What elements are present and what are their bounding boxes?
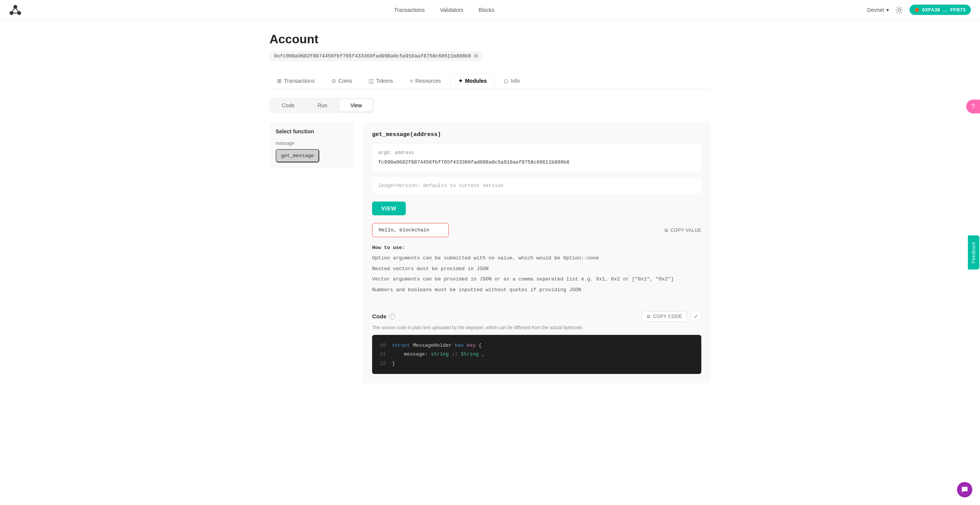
tab-coins[interactable]: ⊙ Coins	[324, 74, 360, 88]
code-description: The source code is plain text uploaded b…	[372, 325, 701, 330]
tab-transactions[interactable]: ⊞ Transactions	[270, 74, 322, 88]
nav-right: Devnet ▾ 0XFA38 ... FFB73	[867, 5, 971, 15]
sub-tabs: Code Run View	[270, 98, 374, 113]
coins-tab-icon: ⊙	[332, 78, 336, 84]
code-title-row: Code i	[372, 313, 395, 320]
svg-line-4	[15, 7, 19, 13]
code-actions: ⧉ COPY CODE ⤢	[642, 311, 701, 322]
address-bar: 0xfc990a9602f8874456fbf765f433360fad098a…	[270, 51, 482, 61]
how-to-item-2: Nested vectors must be provided in JSON	[372, 265, 701, 273]
nav-blocks[interactable]: Blocks	[479, 7, 494, 13]
svg-point-6	[898, 8, 901, 11]
svg-line-11	[897, 7, 897, 8]
code-block: 10 struct MessageHolder has key { 11	[372, 335, 701, 374]
line-content-10: struct MessageHolder has key {	[392, 341, 482, 350]
svg-line-13	[897, 12, 897, 13]
nav-transactions[interactable]: Transactions	[394, 7, 425, 13]
resources-tab-icon: ⌗	[410, 78, 413, 84]
pink-help-icon[interactable]: ?	[966, 100, 980, 113]
fn-get-message[interactable]: get_message	[276, 149, 319, 162]
page-title: Account	[270, 32, 710, 46]
chat-icon[interactable]	[957, 482, 972, 497]
copy-value-button[interactable]: ⧉ COPY VALUE	[665, 228, 701, 233]
code-line-12: 12 }	[378, 359, 695, 368]
code-line-11: 11 message: string :: String ,	[378, 350, 695, 359]
result-row: Hello, blockchain ⧉ COPY VALUE	[372, 223, 701, 237]
fn-signature: get_message(address)	[372, 131, 701, 138]
line-number-11: 11	[378, 350, 386, 359]
wallet-button[interactable]: 0XFA38 ... FFB73	[910, 5, 971, 15]
arg-section: arg0: address	[372, 144, 701, 171]
tokens-tab-icon: ◫	[369, 78, 374, 84]
line-number-12: 12	[378, 359, 386, 368]
top-nav: Transactions Validators Blocks Devnet ▾	[0, 0, 980, 20]
how-to-item-4: Numbers and booleans must be inputted wi…	[372, 286, 701, 294]
tab-modules[interactable]: ✦ Modules	[450, 74, 495, 88]
line-content-11: message: string :: String ,	[392, 350, 485, 359]
code-title: Code	[372, 313, 387, 320]
view-button[interactable]: VIEW	[372, 202, 406, 215]
svg-line-14	[902, 7, 902, 8]
how-to-use: How to use: Option arguments can be subm…	[372, 245, 701, 293]
select-panel-title: Select function	[276, 128, 348, 134]
nav-validators[interactable]: Validators	[440, 7, 463, 13]
svg-line-3	[11, 7, 15, 13]
code-section: Code i ⧉ COPY CODE ⤢ The source code is …	[372, 303, 701, 374]
wallet-suffix: ...	[943, 7, 947, 13]
devnet-button[interactable]: Devnet ▾	[867, 7, 889, 13]
how-to-title: How to use:	[372, 245, 701, 251]
result-box: Hello, blockchain	[372, 223, 449, 237]
wallet-suffix-end: FFB73	[950, 7, 965, 13]
how-to-item-1: Option arguments can be submitted with n…	[372, 254, 701, 262]
arg-input[interactable]	[378, 159, 695, 165]
tab-info[interactable]: ◻ Info	[496, 74, 527, 88]
line-number-10: 10	[378, 341, 386, 350]
tab-tokens[interactable]: ◫ Tokens	[361, 74, 400, 88]
ledger-section: ledgerVersion: defaults to current versi…	[372, 177, 701, 194]
subtab-view[interactable]: View	[340, 99, 372, 111]
nav-links: Transactions Validators Blocks	[394, 7, 495, 13]
code-info-icon[interactable]: i	[389, 313, 395, 320]
select-function-panel: Select function message get_message	[270, 122, 354, 169]
wallet-address-short: 0XFA38	[922, 7, 940, 13]
subtab-code[interactable]: Code	[271, 99, 305, 111]
transactions-tab-icon: ⊞	[277, 78, 282, 84]
expand-icon: ⤢	[694, 313, 698, 319]
code-line-10: 10 struct MessageHolder has key {	[378, 341, 695, 350]
arg-label: arg0: address	[378, 150, 695, 156]
svg-line-12	[902, 12, 902, 13]
copy-icon: ⧉	[665, 228, 668, 233]
main-tabs: ⊞ Transactions ⊙ Coins ◫ Tokens ⌗ Resour…	[270, 74, 710, 89]
line-content-12: }	[392, 359, 395, 368]
info-tab-icon: ◻	[504, 78, 508, 84]
modules-tab-icon: ✦	[458, 78, 463, 84]
fn-group-label: message	[276, 141, 348, 146]
logo[interactable]	[9, 4, 21, 16]
copy-code-icon: ⧉	[647, 314, 651, 319]
feedback-button[interactable]: Feedback	[968, 236, 980, 270]
chevron-down-icon: ▾	[886, 7, 889, 13]
theme-toggle[interactable]	[895, 6, 903, 14]
expand-button[interactable]: ⤢	[690, 311, 701, 322]
code-header: Code i ⧉ COPY CODE ⤢	[372, 311, 701, 322]
tab-resources[interactable]: ⌗ Resources	[402, 74, 449, 88]
account-address: 0xfc990a9602f8874456fbf765f433360fad098a…	[274, 53, 471, 59]
wallet-status-dot	[915, 8, 919, 12]
copy-code-button[interactable]: ⧉ COPY CODE	[642, 311, 687, 322]
fn-detail-panel: get_message(address) arg0: address ledge…	[363, 122, 710, 383]
main-content: Account 0xfc990a9602f8874456fbf765f43336…	[260, 20, 720, 395]
copy-address-icon[interactable]: ⧉	[474, 53, 478, 59]
how-to-item-3: Vector arguments can be provided in JSON…	[372, 275, 701, 283]
view-layout: Select function message get_message get_…	[270, 122, 710, 383]
subtab-run[interactable]: Run	[307, 99, 338, 111]
